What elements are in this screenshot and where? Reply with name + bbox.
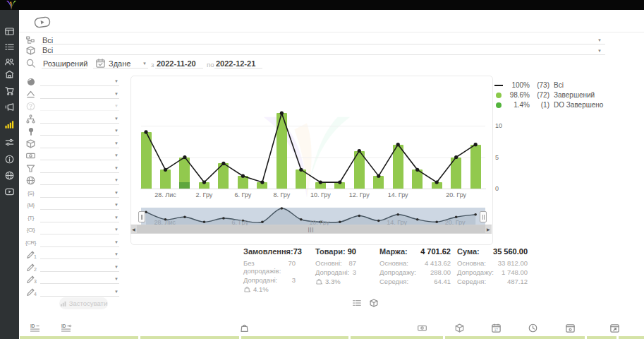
bar-series-completed[interactable] — [238, 176, 248, 189]
table-header-cell[interactable] — [140, 336, 239, 339]
filter-select-5[interactable] — [40, 124, 119, 136]
package-view-icon[interactable] — [369, 298, 379, 308]
product-cube-icon[interactable] — [454, 323, 466, 334]
sidebar-item-users-icon[interactable] — [4, 56, 16, 68]
bar-series-completed[interactable] — [257, 182, 267, 189]
bar-series-completed[interactable] — [451, 157, 461, 189]
bag-icon[interactable] — [239, 323, 250, 334]
filter-select-12[interactable] — [40, 211, 119, 222]
scrollbar-arrow-left[interactable]: ◀ — [132, 226, 135, 233]
scrollbar-grip[interactable]: ||| — [308, 227, 314, 232]
bar-series-completed[interactable] — [218, 163, 229, 189]
bar-series-completed[interactable] — [296, 170, 306, 189]
chevron-down-icon[interactable]: ▼ — [114, 191, 119, 195]
bar-series-completed[interactable] — [277, 113, 287, 189]
chevron-down-icon[interactable]: ▼ — [114, 92, 119, 96]
chevron-down-icon[interactable]: ▼ — [114, 117, 119, 121]
calendar-day-icon[interactable] — [565, 323, 576, 334]
product-filter-underline[interactable] — [41, 44, 605, 55]
filter-select-11[interactable] — [40, 198, 119, 210]
bar-series-completed[interactable] — [315, 182, 326, 189]
sidebar-item-info-icon[interactable] — [4, 153, 16, 165]
filter-select-16[interactable] — [40, 261, 119, 272]
filter-select-13[interactable] — [40, 223, 119, 234]
table-header-cell[interactable] — [20, 336, 138, 339]
date-from-underline[interactable] — [155, 56, 203, 69]
filter-select-10[interactable] — [40, 186, 119, 198]
table-header-cell[interactable] — [587, 336, 616, 339]
filter-select-18[interactable] — [40, 285, 119, 297]
apply-button[interactable]: Застосувати — [59, 297, 108, 309]
chevron-down-icon[interactable]: ▼ — [114, 178, 119, 182]
sidebar-item-megaphone-icon[interactable] — [4, 101, 16, 113]
filter-select-9[interactable] — [40, 174, 119, 185]
bar-series-completed[interactable] — [199, 182, 209, 189]
filter-select-14[interactable] — [40, 236, 119, 247]
chevron-down-icon[interactable]: ▼ — [114, 79, 119, 83]
filter-select-15[interactable] — [40, 248, 119, 259]
legend-item[interactable]: 98.6%(72)Завершений — [494, 91, 595, 99]
id-link-icon[interactable]: ID — [61, 323, 72, 334]
chevron-down-icon[interactable]: ▼ — [114, 153, 119, 157]
bar-series-completed[interactable] — [160, 170, 171, 189]
sidebar-item-stats-chart-icon[interactable] — [4, 119, 16, 131]
category-filter-underline[interactable] — [41, 33, 605, 44]
chevron-down-icon[interactable]: ▼ — [114, 252, 119, 256]
chevron-down-icon[interactable]: ▼ — [114, 203, 119, 207]
date-type-underline[interactable] — [93, 56, 148, 69]
bar-series-completed[interactable] — [432, 182, 442, 189]
sidebar-item-world-icon[interactable] — [4, 170, 16, 182]
chevron-down-icon[interactable]: ▼ — [114, 215, 119, 220]
filter-select-8[interactable] — [40, 162, 119, 173]
legend-item[interactable]: 1.4%(1)DO Завершено — [494, 101, 603, 109]
scrollbar-thumb[interactable]: ||| — [137, 225, 485, 233]
chevron-down-icon[interactable]: ▼ — [142, 61, 147, 66]
table-header-cell[interactable] — [619, 336, 644, 339]
chevron-down-icon[interactable]: ▼ — [114, 277, 119, 281]
money-icon[interactable] — [417, 323, 428, 334]
sidebar-item-dashboard-icon[interactable] — [4, 25, 16, 37]
sidebar-item-video-icon[interactable] — [4, 186, 16, 198]
sidebar-item-cart-icon[interactable] — [4, 85, 16, 97]
bar-series-completed[interactable] — [141, 132, 152, 189]
clock-icon[interactable] — [528, 323, 539, 334]
navigator-handle-left[interactable] — [138, 211, 145, 222]
filter-select-7[interactable] — [40, 149, 119, 160]
table-header-cell[interactable] — [445, 336, 585, 339]
calendar-date-icon[interactable]: 17 — [491, 323, 502, 334]
scrollbar-arrow-right[interactable]: ▶ — [487, 226, 490, 233]
chevron-down-icon[interactable]: ▼ — [597, 49, 602, 53]
filter-select-2[interactable] — [40, 88, 119, 99]
bar-segment-do-completed[interactable] — [179, 182, 190, 189]
bar-series-completed[interactable] — [373, 176, 384, 189]
navigator-handle-right[interactable] — [480, 211, 487, 222]
bar-series-completed[interactable] — [470, 145, 481, 189]
chevron-down-icon[interactable]: ▼ — [114, 166, 119, 170]
bar-series-completed[interactable] — [412, 170, 423, 189]
id-list-icon[interactable]: ID — [30, 323, 41, 334]
bar-series-completed[interactable] — [354, 151, 365, 189]
chevron-down-icon[interactable]: ▼ — [114, 265, 119, 269]
sidebar-item-sliders-icon[interactable] — [4, 136, 16, 148]
filter-select-17[interactable] — [40, 273, 119, 284]
filter-select-1[interactable] — [40, 75, 119, 86]
chevron-down-icon[interactable]: ▼ — [114, 129, 119, 133]
sidebar-item-orders-list-icon[interactable] — [4, 41, 16, 53]
chevron-down-icon[interactable]: ▼ — [114, 290, 119, 294]
filter-select-6[interactable] — [40, 137, 119, 148]
filter-select-4[interactable] — [40, 112, 119, 124]
table-header-cell[interactable] — [351, 336, 443, 339]
chevron-down-icon[interactable]: ▼ — [597, 38, 602, 42]
chevron-down-icon[interactable]: ▼ — [114, 240, 119, 244]
list-view-icon[interactable] — [352, 298, 362, 308]
date-to-underline[interactable] — [214, 56, 262, 69]
calendar-export-icon[interactable] — [609, 323, 621, 334]
sidebar-item-store-icon[interactable] — [4, 69, 16, 81]
play-badge-icon[interactable] — [33, 15, 51, 29]
chevron-down-icon[interactable]: ▼ — [114, 227, 119, 232]
chevron-down-icon[interactable]: ▼ — [80, 61, 84, 66]
table-header-cell[interactable] — [241, 336, 348, 339]
bar-series-completed[interactable] — [393, 145, 403, 189]
bar-series-completed[interactable] — [334, 182, 345, 189]
legend-item[interactable]: 100%(73)Всі — [494, 81, 564, 89]
